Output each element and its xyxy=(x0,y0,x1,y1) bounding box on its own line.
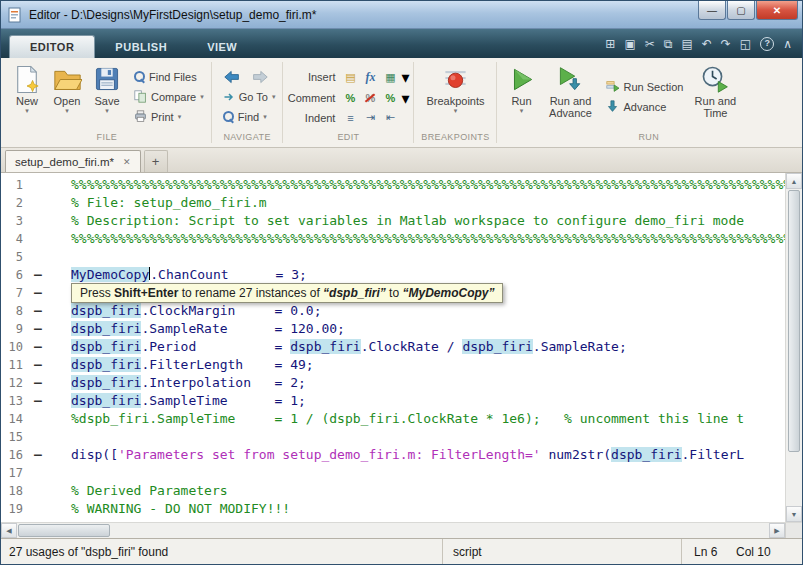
scroll-up-icon[interactable]: ▲ xyxy=(786,173,802,189)
run-and-advance-button[interactable]: Run and Advance xyxy=(541,61,599,132)
minimize-button[interactable]: — xyxy=(698,1,726,20)
execution-marker xyxy=(29,176,47,194)
close-button[interactable]: ✕ xyxy=(756,1,798,20)
ribbon-tab-bar: EDITOR PUBLISH VIEW ⊞▣✂⧉▤↶↷◱?∧ xyxy=(1,29,802,58)
line-number: 3 xyxy=(1,212,29,230)
run-and-time-icon xyxy=(701,63,729,95)
uncomment-icon[interactable]: % xyxy=(361,90,379,106)
section-label-run: RUN xyxy=(497,132,800,147)
vertical-scroll-track[interactable] xyxy=(786,453,802,506)
copy-icon[interactable]: ⧉ xyxy=(664,38,673,50)
scroll-down-icon[interactable]: ▼ xyxy=(786,506,802,522)
tab-editor[interactable]: EDITOR xyxy=(9,35,95,58)
title-bar[interactable]: Editor - D:\Designs\MyFirstDesign\setup_… xyxy=(1,1,802,29)
save-button[interactable]: Save▾ xyxy=(87,61,127,132)
comment-icon[interactable]: % xyxy=(341,90,359,106)
vertical-scroll-thumb[interactable] xyxy=(788,190,800,452)
insert-section-icon[interactable]: ▤ xyxy=(341,69,359,85)
dropdown-icon: ▾ xyxy=(263,113,267,121)
code-line[interactable]: 12–dspb_firi.Interpolation = 2; xyxy=(1,374,785,392)
code-line[interactable]: 15 xyxy=(1,428,785,446)
code-line[interactable]: 13–dspb_firi.SampleTime = 1; xyxy=(1,392,785,410)
document-tab[interactable]: setup_demo_firi.m* ✕ xyxy=(5,150,141,172)
run-section-button[interactable]: Run Section xyxy=(603,77,686,96)
horizontal-scroll-track[interactable] xyxy=(111,523,769,538)
code-line[interactable]: 10–dspb_firi.Period = dspb_firi.ClockRat… xyxy=(1,338,785,356)
paste-icon[interactable]: ▤ xyxy=(681,38,692,50)
undo-icon[interactable]: ↶ xyxy=(702,38,712,50)
code-line[interactable]: 3% Description: Script to set variables … xyxy=(1,212,785,230)
tab-publish[interactable]: PUBLISH xyxy=(95,35,187,58)
redo-icon[interactable]: ↷ xyxy=(721,38,731,50)
new-tab-button[interactable]: + xyxy=(144,150,168,172)
save-icon[interactable]: ▣ xyxy=(624,38,635,50)
code-line[interactable]: 5 xyxy=(1,248,785,266)
section-run: Run▾ Run and Advance Run Section Advance… xyxy=(497,58,800,147)
run-and-time-button[interactable]: Run and Time xyxy=(686,61,744,132)
back-icon[interactable] xyxy=(224,70,240,84)
switch-window-icon[interactable]: ◱ xyxy=(740,38,751,50)
code-line[interactable]: 4%%%%%%%%%%%%%%%%%%%%%%%%%%%%%%%%%%%%%%%… xyxy=(1,230,785,248)
wrap-comments-icon[interactable]: % xyxy=(381,90,399,106)
dropdown-icon: ▾ xyxy=(454,107,458,115)
goto-button[interactable]: Go To▾ xyxy=(220,87,279,106)
horizontal-scroll-thumb[interactable] xyxy=(18,524,110,537)
editor-pane[interactable]: 1%%%%%%%%%%%%%%%%%%%%%%%%%%%%%%%%%%%%%%%… xyxy=(1,173,802,522)
section-navigate: Go To▾ Find▾ NAVIGATE xyxy=(212,58,283,147)
new-figure-icon[interactable]: ⊞ xyxy=(605,38,615,50)
find-button[interactable]: Find▾ xyxy=(220,107,270,126)
indent-right-icon[interactable]: ⇥ xyxy=(361,110,379,126)
advance-button[interactable]: Advance xyxy=(603,97,686,116)
execution-marker xyxy=(29,194,47,212)
help-icon[interactable]: ? xyxy=(760,37,774,51)
cut-icon[interactable]: ✂ xyxy=(645,38,655,50)
tab-view[interactable]: VIEW xyxy=(187,35,257,58)
line-number: 16 xyxy=(1,446,29,464)
print-button[interactable]: Print▾ xyxy=(131,107,207,126)
scroll-left-icon[interactable]: ◀ xyxy=(1,523,17,538)
code-line[interactable]: 11–dspb_firi.FilterLength = 49; xyxy=(1,356,785,374)
code-line[interactable]: 9–dspb_firi.SampleRate = 120.00; xyxy=(1,320,785,338)
forward-icon[interactable] xyxy=(252,70,268,84)
scroll-right-icon[interactable]: ▶ xyxy=(769,523,785,538)
code-line[interactable]: 1%%%%%%%%%%%%%%%%%%%%%%%%%%%%%%%%%%%%%%%… xyxy=(1,176,785,194)
indent-left-icon[interactable]: ⇤ xyxy=(381,110,399,126)
line-number: 6 xyxy=(1,266,29,284)
code-line[interactable]: 18% Derived Parameters xyxy=(1,482,785,500)
run-section-icon xyxy=(606,80,619,93)
code-line[interactable]: 16–disp(['Parameters set from setup_demo… xyxy=(1,446,785,464)
code-line[interactable]: 8–dspb_firi.ClockMargin = 0.0; xyxy=(1,302,785,320)
insert-function-icon[interactable]: fx xyxy=(361,69,379,85)
breakpoints-button[interactable]: Breakpoints▾ xyxy=(418,61,492,132)
section-label-navigate: NAVIGATE xyxy=(212,132,283,147)
line-number: 19 xyxy=(1,500,29,518)
line-number: 2 xyxy=(1,194,29,212)
code-area[interactable]: 1%%%%%%%%%%%%%%%%%%%%%%%%%%%%%%%%%%%%%%%… xyxy=(1,173,785,522)
line-number: 7 xyxy=(1,284,29,302)
find-files-button[interactable]: Find Files xyxy=(131,67,207,86)
section-breakpoints: Breakpoints▾ BREAKPOINTS xyxy=(414,58,496,147)
vertical-scrollbar[interactable]: ▲ ▼ xyxy=(785,173,802,522)
smart-indent-icon[interactable]: ≡ xyxy=(341,110,359,126)
maximize-button[interactable]: ▢ xyxy=(727,1,755,20)
execution-marker: – xyxy=(29,374,47,392)
code-line[interactable]: 14%dspb_firi.SampleTime = 1 / (dspb_firi… xyxy=(1,410,785,428)
open-button[interactable]: Open▾ xyxy=(47,61,87,132)
compare-button[interactable]: Compare▾ xyxy=(131,87,207,106)
code-line[interactable]: 2% File: setup_demo_firi.m xyxy=(1,194,785,212)
save-disk-icon xyxy=(94,63,120,95)
execution-marker xyxy=(29,410,47,428)
dropdown-icon[interactable]: ▾ xyxy=(401,89,409,108)
execution-marker xyxy=(29,482,47,500)
collapse-ribbon-icon[interactable]: ∧ xyxy=(783,38,792,50)
insert-block-icon[interactable]: ▦ xyxy=(381,69,399,85)
code-line[interactable]: 6–MyDemoCopy.ChanCount = 3; xyxy=(1,266,785,284)
horizontal-scrollbar[interactable]: ◀ ▶ xyxy=(1,522,802,538)
section-label-breakpoints: BREAKPOINTS xyxy=(414,132,496,147)
code-line[interactable]: 17 xyxy=(1,464,785,482)
run-button[interactable]: Run▾ xyxy=(501,61,541,132)
new-button[interactable]: New▾ xyxy=(7,61,47,132)
code-line[interactable]: 19% WARNING - DO NOT MODIFY!!! xyxy=(1,500,785,518)
tab-close-icon[interactable]: ✕ xyxy=(123,157,131,167)
dropdown-icon[interactable]: ▾ xyxy=(401,68,409,87)
